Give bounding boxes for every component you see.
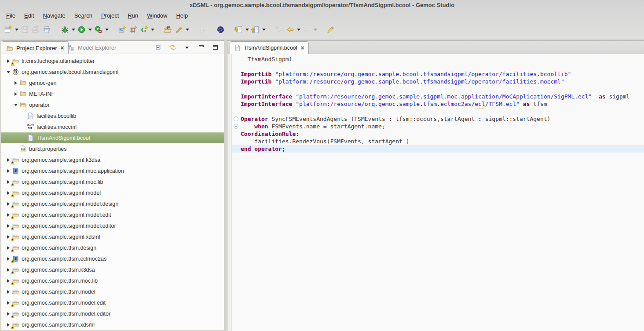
tab-project-explorer[interactable]: Project Explorer × <box>2 41 69 54</box>
next-annotation-dropdown[interactable] <box>244 24 250 35</box>
open-web-browser-button[interactable] <box>215 24 226 35</box>
tree-item[interactable]: org.gemoc.sample.sigpml.model <box>1 187 224 198</box>
tab-model-explorer[interactable]: Model Explorer <box>64 41 120 54</box>
tree-item[interactable]: org.gemoc.sample.tfsm.model.editor <box>1 308 224 319</box>
chevron-right-icon[interactable] <box>7 191 10 195</box>
menu-search[interactable]: Search <box>70 11 97 20</box>
tree-item[interactable]: fr.cnrs.luchogie.ultimateplotter <box>1 55 224 66</box>
tree-item[interactable]: org.gemoc.sample.sigpml.xdsml <box>1 231 224 242</box>
tree-item[interactable]: org.gemoc.sample.sigpml.model.design <box>1 198 224 209</box>
tree-item[interactable]: org.gemoc.sample.sigpml.moc.application <box>1 165 224 176</box>
warning-overlay-icon <box>11 248 15 252</box>
tree-item[interactable]: org.gemoc.sample.sigpml.moc.lib <box>1 176 224 187</box>
tree-item[interactable]: org.gemoc.sample.sigpml.k3dsa <box>1 154 224 165</box>
tree-item[interactable]: org.gemoc.sample.tfsm.model <box>1 286 224 297</box>
fold-collapse-icon[interactable] <box>234 124 238 129</box>
project-icon <box>12 266 19 273</box>
tree-item[interactable]: org.gemoc.sample.bcool.tfsmandsigpml <box>1 66 224 77</box>
menu-file[interactable]: File <box>2 11 20 20</box>
menu-project[interactable]: Project <box>97 11 123 20</box>
tree-item-label: org.gemoc.sample.sigpml.xdsml <box>22 234 100 240</box>
link-with-editor-button[interactable] <box>168 43 177 52</box>
tree-item[interactable]: facilities.bcoollib <box>1 110 224 121</box>
new-gemoc-element-dropdown[interactable] <box>150 24 155 35</box>
editor-tab-tfsmandsigpml[interactable]: TfsmAndSigpml.bcool × <box>230 41 309 54</box>
save-all-icon <box>32 25 40 34</box>
chevron-right-icon[interactable] <box>7 213 10 217</box>
tree-item[interactable]: org.gemoc.sample.tfsm.model.edit <box>1 297 224 308</box>
tree-item[interactable]: operator <box>1 99 224 110</box>
chevron-right-icon[interactable] <box>7 323 10 327</box>
debug-button[interactable] <box>59 24 70 35</box>
project-icon <box>12 277 19 284</box>
chevron-right-icon[interactable] <box>7 257 10 261</box>
chevron-down-icon[interactable] <box>7 71 10 73</box>
tree-item[interactable]: org.gemoc.sample.sigpml.model.editor <box>1 220 224 231</box>
new-wizard-button[interactable] <box>3 24 14 35</box>
chevron-right-icon[interactable] <box>15 81 17 85</box>
editor-tab-bar: TfsmAndSigpml.bcool × <box>227 41 644 54</box>
next-annotation-button[interactable] <box>233 24 244 35</box>
highlight-button[interactable] <box>325 24 336 35</box>
new-wizard-dropdown[interactable] <box>14 24 19 35</box>
menu-window[interactable]: Window <box>143 11 172 20</box>
editor-body[interactable]: TfsmAndSigpmlImportLib "platform:/resour… <box>227 54 644 331</box>
menu-navigate[interactable]: Navigate <box>38 11 70 20</box>
mark-element-dropdown[interactable] <box>184 24 190 35</box>
tree-item[interactable]: META-INF <box>1 88 224 99</box>
fold-collapse-icon[interactable] <box>234 116 238 121</box>
run-button[interactable] <box>76 24 87 35</box>
tree-item[interactable]: build.properties <box>1 143 224 154</box>
minimize-button[interactable] <box>197 43 205 52</box>
chevron-right-icon[interactable] <box>7 279 10 283</box>
chevron-right-icon[interactable] <box>7 169 10 173</box>
chevron-right-icon[interactable] <box>7 235 10 239</box>
tree-item[interactable]: org.gemoc.sample.tfsm.eclmoc2as <box>1 253 224 264</box>
collapse-all-button[interactable] <box>154 43 163 52</box>
tree-item[interactable]: facilities.moccml <box>1 121 224 132</box>
chevron-right-icon[interactable] <box>7 59 10 63</box>
tree-item[interactable]: gemoc-gen <box>1 77 224 88</box>
chevron-right-icon[interactable] <box>7 312 10 316</box>
run-external-tools-dropdown[interactable] <box>104 24 110 35</box>
close-icon[interactable]: × <box>300 44 304 51</box>
tree-item[interactable]: org.gemoc.sample.sigpml.model.edit <box>1 209 224 220</box>
code-text[interactable]: TfsmAndSigpmlImportLib "platform:/resour… <box>241 55 644 153</box>
mark-element-button[interactable] <box>173 24 184 35</box>
run-external-tools-button[interactable] <box>93 24 104 35</box>
previous-annotation-dropdown[interactable] <box>261 24 267 35</box>
code-line: ImportLib "platform:/resource/org.gemoc.… <box>241 78 644 85</box>
tree-item[interactable]: org.gemoc.sample.tfsm.xdsml <box>1 319 224 330</box>
chevron-right-icon[interactable] <box>15 92 17 96</box>
new-grid-diagram-button[interactable] <box>128 24 139 35</box>
chevron-right-icon[interactable] <box>7 158 10 162</box>
chevron-right-icon[interactable] <box>7 180 10 184</box>
chevron-down-icon <box>262 29 266 31</box>
chevron-right-icon[interactable] <box>7 290 10 294</box>
back-dropdown[interactable] <box>296 24 301 35</box>
back-button[interactable] <box>285 24 296 35</box>
print-button[interactable] <box>41 24 52 35</box>
tree-item[interactable]: org.gemoc.sample.tfsm.k3dsa <box>1 264 224 275</box>
editor-left-ruler <box>227 54 232 331</box>
chevron-right-icon[interactable] <box>7 224 10 228</box>
maximize-button[interactable] <box>211 43 220 52</box>
chevron-right-icon[interactable] <box>7 202 10 206</box>
debug-dropdown[interactable] <box>70 24 76 35</box>
tree-item[interactable]: TfsmAndSigpml.bcool <box>1 132 224 143</box>
menu-help[interactable]: Help <box>172 11 192 20</box>
open-import-button[interactable] <box>162 24 173 35</box>
previous-annotation-button[interactable] <box>250 24 261 35</box>
run-dropdown[interactable] <box>87 24 93 35</box>
chevron-right-icon[interactable] <box>7 301 10 305</box>
menu-run[interactable]: Run <box>123 11 143 20</box>
tree-item[interactable]: org.gemoc.sample.tfsm.moc.lib <box>1 275 224 286</box>
chevron-right-icon[interactable] <box>7 268 10 272</box>
chevron-right-icon[interactable] <box>7 246 10 250</box>
new-gemoc-element-button[interactable] <box>139 24 150 35</box>
view-menu-button[interactable] <box>183 43 191 52</box>
tree-item[interactable]: org.gemoc.sample.tfsm.design <box>1 242 224 253</box>
menu-edit[interactable]: Edit <box>20 11 38 20</box>
chevron-down-icon[interactable] <box>14 104 18 106</box>
new-gemoc-project-button[interactable] <box>117 24 128 35</box>
